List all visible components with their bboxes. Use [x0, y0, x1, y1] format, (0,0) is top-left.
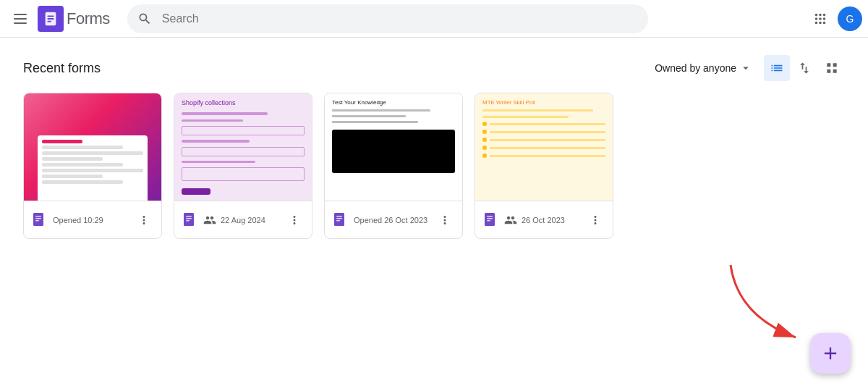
card-thumbnail: Test Your Knowledge	[325, 93, 462, 201]
arrow-annotation	[723, 258, 810, 348]
main-content: Recent forms Owned by anyone	[0, 38, 868, 256]
nav-right-controls: G	[806, 4, 862, 33]
form-icon	[332, 211, 349, 229]
search-bar	[127, 4, 648, 33]
grid-view-icon	[825, 61, 839, 75]
card-date: Opened 10:29	[53, 216, 129, 224]
card-thumbnail	[24, 93, 161, 201]
section-controls: Owned by anyone	[649, 55, 845, 81]
svg-rect-9	[186, 216, 192, 217]
card-more-button[interactable]	[585, 210, 605, 230]
logo-icon	[38, 6, 64, 32]
app-logo: Forms	[38, 6, 110, 32]
plus-icon	[820, 343, 841, 363]
card-footer: 22 Aug 2024	[174, 201, 312, 238]
owned-by-filter[interactable]: Owned by anyone	[649, 57, 758, 79]
svg-rect-15	[336, 220, 340, 222]
card-date: 26 Oct 2023	[522, 216, 581, 224]
cards-grid: Opened 10:29 Shopify collections	[23, 93, 845, 239]
list-view-icon	[770, 61, 784, 75]
form-card[interactable]: MTE Writer Skill Poll	[475, 93, 613, 239]
svg-rect-18	[487, 218, 493, 219]
avatar[interactable]: G	[838, 7, 862, 31]
apps-button[interactable]	[806, 4, 835, 33]
top-navigation: Forms G	[0, 0, 868, 38]
svg-rect-14	[336, 218, 342, 219]
card-date: 22 Aug 2024	[221, 216, 280, 224]
card-meta: 22 Aug 2024	[221, 216, 280, 224]
svg-rect-16	[485, 213, 495, 226]
more-vert-icon	[288, 214, 301, 227]
svg-rect-13	[336, 216, 342, 217]
card-footer: Opened 10:29	[24, 201, 161, 238]
more-vert-icon	[137, 214, 150, 227]
svg-rect-8	[184, 213, 194, 226]
form-card[interactable]: Opened 10:29	[23, 93, 162, 239]
svg-rect-1	[47, 15, 54, 17]
shared-icon	[203, 214, 216, 227]
card-meta: Opened 26 Oct 2023	[354, 216, 430, 224]
form-card[interactable]: Test Your Knowledge	[324, 93, 463, 239]
section-title: Recent forms	[23, 61, 101, 76]
svg-rect-5	[35, 216, 41, 217]
svg-rect-7	[35, 220, 39, 222]
card-thumbnail: Shopify collections	[174, 93, 312, 201]
svg-rect-10	[186, 218, 192, 219]
card-thumbnail: MTE Writer Skill Poll	[475, 93, 613, 201]
card-footer: 26 Oct 2023	[475, 201, 613, 238]
svg-rect-6	[35, 218, 41, 219]
new-form-fab[interactable]	[810, 333, 851, 374]
list-view-button[interactable]	[764, 55, 790, 81]
hamburger-icon	[14, 14, 27, 24]
card-more-button[interactable]	[435, 210, 455, 230]
view-controls	[764, 55, 845, 81]
form-icon	[482, 211, 500, 229]
svg-rect-11	[186, 220, 190, 222]
svg-rect-2	[47, 18, 54, 20]
more-vert-icon	[438, 214, 451, 227]
card-more-button[interactable]	[134, 210, 154, 230]
section-header: Recent forms Owned by anyone	[23, 55, 845, 81]
shared-icon	[504, 214, 517, 227]
card-meta: Opened 10:29	[53, 216, 129, 224]
svg-rect-12	[334, 213, 344, 226]
menu-button[interactable]	[6, 4, 35, 33]
form-card[interactable]: Shopify collections	[174, 93, 312, 239]
sort-button[interactable]	[791, 55, 817, 81]
card-footer: Opened 26 Oct 2023	[325, 201, 462, 238]
more-vert-icon	[589, 214, 602, 227]
card-date: Opened 26 Oct 2023	[354, 216, 430, 224]
card-meta: 26 Oct 2023	[522, 216, 581, 224]
svg-rect-19	[487, 220, 490, 222]
form-icon	[31, 211, 48, 229]
form-icon	[182, 211, 199, 229]
grid-view-button[interactable]	[819, 55, 845, 81]
svg-rect-17	[487, 216, 493, 217]
svg-rect-3	[47, 20, 51, 22]
app-title: Forms	[67, 9, 110, 28]
chevron-down-icon	[739, 62, 752, 75]
grid-icon	[812, 11, 828, 27]
owned-by-label: Owned by anyone	[655, 62, 736, 74]
card-more-button[interactable]	[284, 210, 305, 230]
search-input[interactable]	[127, 4, 648, 33]
svg-rect-4	[33, 213, 43, 226]
sort-icon	[797, 61, 812, 75]
